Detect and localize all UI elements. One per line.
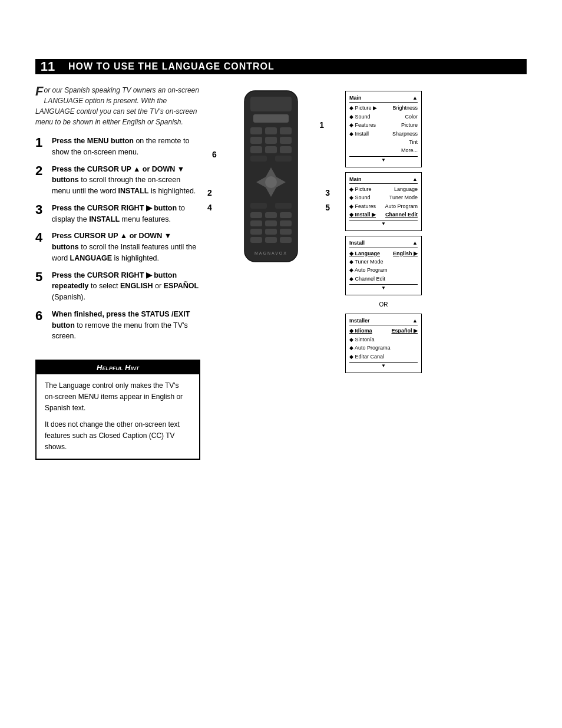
hint-paragraph-2: It does not change the other on-screen t…	[45, 419, 191, 453]
screen3-item-1: ◆ LanguageEnglish ▶	[349, 249, 418, 258]
step-1-number: 1	[35, 136, 47, 150]
screen2-bottom: ▼	[349, 220, 418, 228]
svg-rect-32	[280, 237, 292, 243]
svg-rect-25	[265, 220, 277, 226]
svg-rect-22	[265, 212, 277, 218]
right-column: 6 1	[212, 85, 527, 460]
step-3: 3 Press the CURSOR RIGHT ▶ button to dis…	[35, 203, 200, 225]
step-6: 6 When finished, press the STATUS /EXIT …	[35, 309, 200, 342]
svg-rect-27	[250, 229, 262, 235]
intro-text: For our Spanish speaking TV owners an on…	[35, 85, 200, 127]
section-number: 11	[35, 59, 60, 74]
step-5: 5 Press the CURSOR RIGHT ▶ button repeat…	[35, 270, 200, 303]
hint-title: Helpful Hint	[37, 361, 199, 374]
screen2-item-3: ◆ FeaturesAuto Program	[349, 202, 418, 210]
step-callout-1: 1	[319, 120, 324, 130]
screen3-item-4: ◆ Channel Edit	[349, 275, 418, 283]
screen4-arrow-up: ▲	[412, 317, 418, 325]
step-4-text: Press CURSOR UP ▲ or DOWN ▼ buttons to s…	[52, 230, 200, 263]
screen3-title: Install	[349, 239, 365, 247]
svg-rect-20	[275, 203, 292, 209]
step-callout-2: 2	[207, 188, 212, 197]
svg-rect-6	[250, 137, 262, 144]
illustration-area: 6 1	[212, 85, 422, 373]
svg-rect-5	[280, 127, 292, 134]
step-2: 2 Press the CURSOR UP ▲ or DOWN ▼ button…	[35, 164, 200, 197]
screen-mockups: Main ▲ ◆ Picture ▶Brightness ◆ SoundColo…	[345, 91, 422, 373]
svg-rect-7	[265, 137, 277, 144]
screen2-title-row: Main ▲	[349, 175, 418, 184]
steps-list: 1 Press the MENU button on the remote to…	[35, 136, 200, 342]
step-2-text: Press the CURSOR UP ▲ or DOWN ▼ buttons …	[52, 164, 200, 197]
step-2-number: 2	[35, 164, 47, 178]
screen-box-1: Main ▲ ◆ Picture ▶Brightness ◆ SoundColo…	[345, 91, 422, 167]
screen3-title-row: Install ▲	[349, 239, 418, 248]
svg-rect-8	[280, 137, 292, 144]
screen3-bottom: ▼	[349, 284, 418, 292]
step-6-text: When finished, press the STATUS /EXIT bu…	[52, 309, 200, 342]
step-4-number: 4	[35, 230, 47, 245]
screen3-arrow-up: ▲	[412, 239, 418, 247]
step-6-number: 6	[35, 309, 47, 323]
svg-rect-30	[250, 237, 262, 243]
hint-box: Helpful Hint The Language control only m…	[35, 360, 200, 460]
svg-rect-12	[250, 156, 267, 162]
svg-rect-31	[265, 237, 277, 243]
left-column: For our Spanish speaking TV owners an on…	[35, 85, 200, 460]
step-3-text: Press the CURSOR RIGHT ▶ button to displ…	[52, 203, 200, 225]
screen2-item-4: ◆ Install ▶Channel Edit	[349, 210, 418, 219]
screen-box-4: Installer ▲ ◆ IdiomaEspañol ▶ ◆ Sintonía…	[345, 314, 422, 373]
screen1-arrow-up: ▲	[412, 94, 418, 102]
svg-rect-23	[280, 212, 292, 218]
screen2-item-1: ◆ PictureLanguage	[349, 185, 418, 193]
screen4-title-row: Installer ▲	[349, 317, 418, 325]
section-title: How to Use the Language Control	[60, 59, 527, 74]
step-3-number: 3	[35, 203, 47, 217]
svg-rect-4	[265, 127, 277, 134]
step-1: 1 Press the MENU button on the remote to…	[35, 136, 200, 158]
svg-rect-2	[253, 114, 289, 123]
screen2-arrow-up: ▲	[412, 175, 418, 183]
svg-point-18	[265, 176, 277, 188]
screen2-title: Main	[349, 175, 362, 183]
step-callout-3: 3	[325, 188, 330, 197]
svg-rect-24	[250, 220, 262, 226]
screen4-bottom: ▼	[349, 362, 418, 370]
step-4: 4 Press CURSOR UP ▲ or DOWN ▼ buttons to…	[35, 230, 200, 263]
page: 11 How to Use the Language Control For o…	[0, 0, 562, 728]
or-label: OR	[345, 301, 422, 308]
screen1-bottom: ▼	[349, 156, 418, 164]
svg-rect-28	[265, 229, 277, 235]
svg-rect-11	[280, 146, 292, 153]
screen4-item-2: ◆ Sintonía	[349, 335, 418, 344]
screen4-item-4: ◆ Editar Canal	[349, 353, 418, 361]
screen3-item-3: ◆ Auto Program	[349, 266, 418, 274]
svg-rect-9	[250, 146, 262, 153]
screen-box-3: Install ▲ ◆ LanguageEnglish ▶ ◆ Tuner Mo…	[345, 236, 422, 295]
drop-cap: F	[35, 85, 43, 98]
svg-text:MAGNAVOX: MAGNAVOX	[254, 251, 287, 255]
step-callout-6: 6	[212, 150, 217, 159]
screen1-item-1: ◆ Picture ▶Brightness	[349, 104, 418, 112]
screen1-item-6: More...	[349, 146, 418, 154]
remote-illustration: 6 1	[212, 85, 330, 274]
step-1-text: Press the MENU button on the remote to s…	[52, 136, 200, 158]
screen2-item-2: ◆ SoundTuner Mode	[349, 193, 418, 202]
screen4-item-3: ◆ Auto Programa	[349, 344, 418, 352]
screen1-title-row: Main ▲	[349, 94, 418, 103]
svg-rect-26	[280, 220, 292, 226]
screen1-title: Main	[349, 94, 362, 102]
step-5-text: Press the CURSOR RIGHT ▶ button repeated…	[52, 270, 200, 303]
svg-rect-19	[250, 203, 267, 209]
hint-content: The Language control only makes the TV's…	[37, 374, 199, 459]
svg-rect-1	[250, 97, 292, 111]
svg-rect-21	[250, 212, 262, 218]
step-5-number: 5	[35, 270, 47, 284]
screen1-item-5: Tint	[349, 138, 418, 146]
screen1-item-3: ◆ FeaturesPicture	[349, 121, 418, 129]
svg-rect-29	[280, 229, 292, 235]
screen-box-2: Main ▲ ◆ PictureLanguage ◆ SoundTuner Mo…	[345, 172, 422, 232]
screen4-item-1: ◆ IdiomaEspañol ▶	[349, 327, 418, 335]
screen1-item-4: ◆ InstallSharpness	[349, 130, 418, 138]
screen4-title: Installer	[349, 317, 370, 325]
